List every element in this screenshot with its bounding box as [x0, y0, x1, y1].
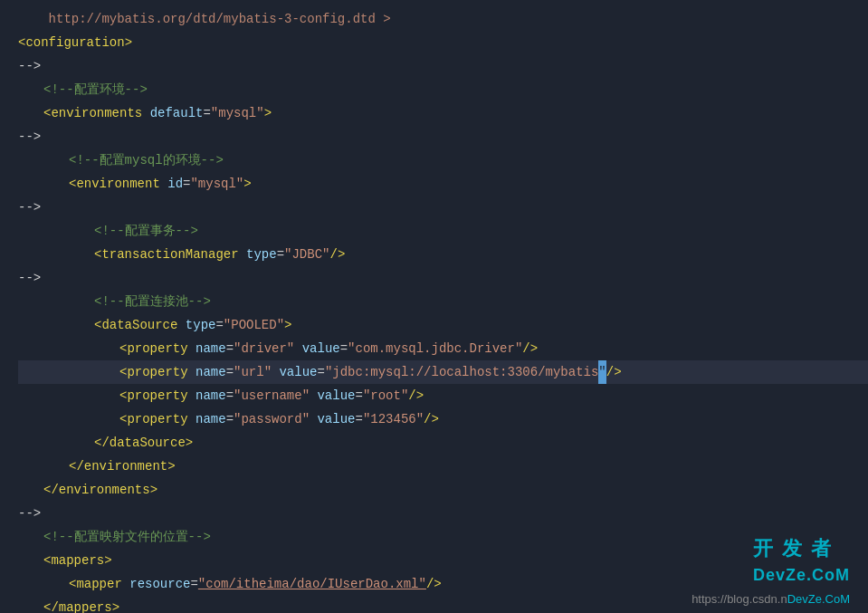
- line-comment-tx: <!--配置事务-->: [18, 219, 868, 243]
- line-top: http://mybatis.org/dtd/mybatis-3-config.…: [18, 7, 868, 31]
- watermark-main: 开 发 者 DevZe.CoM: [753, 535, 850, 586]
- line-tx-manager: <transactionManager type="JDBC"/>: [18, 243, 868, 266]
- line-comment-env: <!--配置环境-->: [18, 78, 868, 101]
- line-comment-pool: <!--配置连接池-->: [18, 290, 868, 313]
- line-prop-url: <property name="url" value="jdbc:mysql:/…: [18, 360, 868, 384]
- line-environments: <environments default="mysql">: [18, 101, 868, 125]
- line-environments-close: </environments>: [18, 478, 868, 502]
- line-comment-mysql: <!--配置mysql的环境-->: [18, 148, 868, 172]
- code-editor: http://mybatis.org/dtd/mybatis-3-config.…: [0, 0, 868, 613]
- line-prop-password: <property name="password" value="123456"…: [18, 407, 868, 431]
- line-prop-driver: <property name="driver" value="com.mysql…: [18, 337, 868, 360]
- line-datasource: <dataSource type="POOLED">: [18, 313, 868, 337]
- line-comment-mapper: <!--配置映射文件的位置-->: [18, 525, 868, 549]
- line-datasource-close: </dataSource>: [18, 431, 868, 455]
- line-environment: <environment id="mysql">: [18, 172, 868, 196]
- line-config-open: <configuration>: [18, 31, 868, 54]
- text-cursor: ": [598, 360, 606, 384]
- line-mappers: <mappers>: [18, 549, 868, 572]
- line-environment-close: </environment>: [18, 455, 868, 478]
- watermark-url: https://blog.csdn.nDevZe.CoM: [692, 592, 850, 606]
- line-prop-username: <property name="username" value="root"/>: [18, 384, 868, 407]
